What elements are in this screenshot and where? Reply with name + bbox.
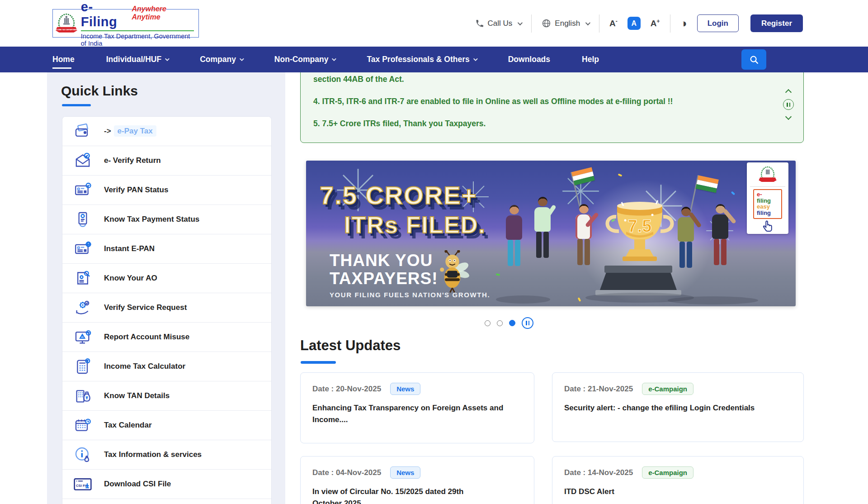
nav-individual-huf[interactable]: Individual/HUF [106,47,169,72]
epan-card-icon [72,238,93,259]
quick-link-know-tan-details[interactable]: Know TAN Details [62,381,271,411]
quick-link-epay-tax[interactable]: ->e-Pay Tax [62,117,271,146]
quick-links-list: ->e-Pay Tax e- Verify Return [62,116,272,504]
chevron-down-icon [518,20,523,25]
chevron-down-icon [585,20,590,25]
shadow [668,296,758,304]
person-illustration [673,207,698,268]
quick-link-verify-service-request[interactable]: Verify Service Request [62,293,271,323]
efiling-easy-filing-badge: e- filing easy filing [747,162,788,234]
quick-link-instant-epan[interactable]: Instant E-PAN [62,234,271,264]
payment-status-icon [72,209,93,230]
quick-link-report-account-misuse[interactable]: Report Account Misuse [62,323,271,352]
update-title: Security alert: - change the efiling Log… [564,402,792,414]
shadow [496,295,550,304]
banner-thanks-2: TAXPAYERS! [330,269,438,288]
confetti [731,191,735,195]
quick-link-tax-calendar[interactable]: Tax Calendar [62,411,271,440]
language-menu[interactable]: English [542,19,589,28]
globe-icon [542,19,551,28]
update-date: Date : 20-Nov-2025 [312,385,381,394]
call-us-label: Call Us [488,19,513,28]
quick-link-download-csi-file[interactable]: CSI File Download CSI File [62,470,271,499]
update-title: ITD DSC Alert [564,486,768,498]
chevron-down-icon [473,57,478,61]
font-size-controls: A- A A+ [609,17,660,30]
ticker-pause-button[interactable] [783,99,794,110]
csi-file-icon: CSI File [72,474,93,494]
active-arrow: -> [104,127,111,135]
know-ao-icon [72,268,93,289]
header-divider [670,14,670,33]
call-us-menu[interactable]: Call Us [475,19,522,28]
carousel-banner: 7.5 CRORE+ ITRs FILED. THANK YOU TAXPAYE… [306,161,796,306]
font-decrease-button[interactable]: A- [609,19,618,28]
search-button[interactable] [741,49,766,70]
quick-link-income-tax-calculator[interactable]: Income Tax Calculator [62,352,271,381]
ticker-item: 5. 7.5+ Crore ITRs filed, Thank you Taxp… [313,119,772,128]
person-illustration [571,204,596,265]
update-card[interactable]: Date : 04-Nov-2025 News In view of Circu… [300,456,534,504]
quick-link-verify-pan-status[interactable]: Verify PAN Status [62,176,271,205]
carousel-controls [485,317,533,329]
quick-link-everify-return[interactable]: e- Verify Return [62,146,271,176]
service-request-icon [72,297,93,318]
carousel-dot-1[interactable] [485,320,491,326]
update-card[interactable]: Date : 14-Nov-2025 e-Campaign ITD DSC Al… [552,456,804,504]
calculator-icon [72,356,93,377]
chevron-down-icon [240,57,244,61]
tan-details-icon [72,385,93,406]
chevron-down-icon [332,57,336,61]
nav-downloads[interactable]: Downloads [508,47,550,72]
update-card[interactable]: Date : 20-Nov-2025 News Enhancing Tax Tr… [300,372,534,443]
ecampaign-badge: e-Campaign [642,466,693,479]
top-header: INCOME TAX DEPARTMENT e-Filing Anywhere … [0,0,868,47]
carousel-dot-3-active[interactable] [509,320,515,326]
quick-link-know-your-ao[interactable]: Know Your AO [62,264,271,293]
nav-home[interactable]: Home [52,47,75,72]
update-title: Enhancing Tax Transparency on Foreign As… [312,402,516,426]
hand-cursor-icon [761,220,774,233]
quick-link-know-tax-payment-status[interactable]: Know Tax Payment Status [62,205,271,234]
ticker-down-button[interactable] [785,114,792,120]
quick-link-label: e-Pay Tax [114,125,156,137]
person-illustration [501,205,527,266]
title-underline [301,361,336,364]
quick-link-tax-information-services[interactable]: Tax Information & services [62,440,271,470]
nav-help[interactable]: Help [582,47,599,72]
income-tax-emblem-icon: INCOME TAX DEPARTMENT [56,10,77,37]
confetti [496,273,500,276]
login-button[interactable]: Login [697,14,739,32]
tax-info-icon [72,444,93,465]
register-button[interactable]: Register [750,14,803,32]
main-navbar: Home Individual/HUF Company Non-Company … [0,47,868,72]
update-date: Date : 21-Nov-2025 [564,385,633,394]
ticker-up-button[interactable] [785,89,792,95]
update-date: Date : 04-Nov-2025 [312,468,381,477]
phone-icon [475,19,484,28]
update-card[interactable]: Date : 21-Nov-2025 e-Campaign Security a… [552,372,804,442]
news-badge: News [390,466,420,479]
contrast-toggle-icon[interactable]: ◑ [680,18,687,29]
font-normal-button[interactable]: A [627,17,641,30]
ecampaign-badge: e-Campaign [642,383,693,395]
header-divider [599,14,599,33]
quick-links-title: Quick Links [61,83,138,99]
nav-company[interactable]: Company [200,47,243,72]
pan-card-icon [72,180,93,200]
ticker-item: section 44AB of the Act. [313,75,772,84]
quick-links-panel: Quick Links ->e-Pay Tax [47,72,285,504]
font-increase-button[interactable]: A+ [651,19,660,28]
announcements-ticker: section 44AB of the Act. 4. ITR-5, ITR-6… [300,61,804,143]
efiling-logo[interactable]: INCOME TAX DEPARTMENT e-Filing Anywhere … [52,9,199,38]
carousel-dot-2[interactable] [497,320,503,326]
nav-non-company[interactable]: Non-Company [274,47,335,72]
language-label: English [555,19,580,28]
quick-link-partial-row[interactable] [62,499,271,504]
update-title: In view of Circular No. 15/2025 dated 29… [312,486,493,504]
chevron-down-icon [165,57,170,61]
ticker-item: 4. ITR-5, ITR-6 and ITR-7 are enabled to… [313,97,772,106]
title-underline [62,104,91,106]
carousel-pause-button[interactable] [522,317,533,329]
nav-tax-professionals[interactable]: Tax Professionals & Others [367,47,476,72]
